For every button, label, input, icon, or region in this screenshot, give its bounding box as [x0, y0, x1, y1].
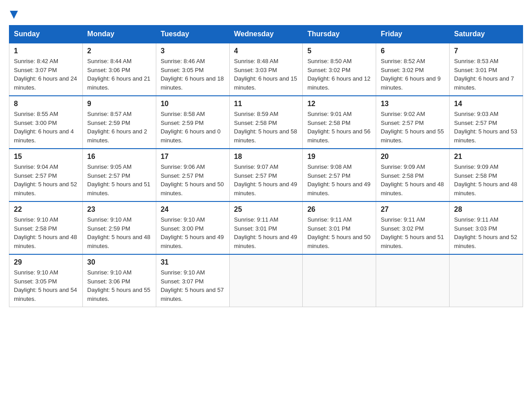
page-header: [9, 9, 523, 21]
day-number: 11: [234, 100, 298, 108]
logo: [9, 9, 22, 21]
calendar-cell: [229, 254, 303, 307]
day-info: Sunrise: 8:53 AM Sunset: 3:01 PM Dayligh…: [454, 57, 518, 92]
day-info: Sunrise: 8:44 AM Sunset: 3:06 PM Dayligh…: [87, 57, 151, 92]
column-header-saturday: Saturday: [450, 26, 523, 43]
logo-triangle-icon: [10, 8, 22, 21]
day-number: 8: [14, 100, 78, 108]
day-number: 2: [87, 47, 151, 55]
calendar-cell: 5 Sunrise: 8:50 AM Sunset: 3:02 PM Dayli…: [303, 43, 376, 96]
day-number: 24: [161, 206, 225, 214]
day-number: 31: [161, 258, 225, 266]
column-header-friday: Friday: [376, 26, 450, 43]
calendar-cell: 29 Sunrise: 9:10 AM Sunset: 3:05 PM Dayl…: [9, 254, 83, 307]
day-number: 16: [87, 153, 151, 161]
day-number: 6: [381, 47, 445, 55]
day-info: Sunrise: 8:55 AM Sunset: 3:00 PM Dayligh…: [14, 110, 78, 145]
calendar-cell: 23 Sunrise: 9:10 AM Sunset: 2:59 PM Dayl…: [82, 201, 156, 254]
day-info: Sunrise: 9:01 AM Sunset: 2:58 PM Dayligh…: [307, 110, 371, 145]
day-info: Sunrise: 8:42 AM Sunset: 3:07 PM Dayligh…: [14, 57, 78, 92]
day-number: 10: [161, 100, 225, 108]
day-number: 18: [234, 153, 298, 161]
column-header-wednesday: Wednesday: [229, 26, 303, 43]
calendar-cell: 31 Sunrise: 9:10 AM Sunset: 3:07 PM Dayl…: [156, 254, 229, 307]
day-info: Sunrise: 9:07 AM Sunset: 2:57 PM Dayligh…: [234, 163, 298, 197]
day-info: Sunrise: 9:10 AM Sunset: 3:07 PM Dayligh…: [161, 268, 225, 303]
day-number: 28: [454, 206, 518, 214]
calendar-cell: 15 Sunrise: 9:04 AM Sunset: 2:57 PM Dayl…: [9, 149, 83, 201]
calendar-cell: 12 Sunrise: 9:01 AM Sunset: 2:58 PM Dayl…: [303, 96, 376, 149]
day-info: Sunrise: 8:46 AM Sunset: 3:05 PM Dayligh…: [161, 57, 225, 92]
day-info: Sunrise: 8:59 AM Sunset: 2:58 PM Dayligh…: [234, 110, 298, 145]
day-info: Sunrise: 8:57 AM Sunset: 2:59 PM Dayligh…: [87, 110, 151, 145]
day-info: Sunrise: 9:06 AM Sunset: 2:57 PM Dayligh…: [161, 163, 225, 197]
column-header-thursday: Thursday: [303, 26, 376, 43]
calendar-cell: 25 Sunrise: 9:11 AM Sunset: 3:01 PM Dayl…: [229, 201, 303, 254]
day-info: Sunrise: 8:50 AM Sunset: 3:02 PM Dayligh…: [307, 57, 371, 92]
calendar-cell: [303, 254, 376, 307]
day-number: 25: [234, 206, 298, 214]
day-number: 21: [454, 153, 518, 161]
calendar-cell: [376, 254, 450, 307]
day-number: 20: [381, 153, 445, 161]
calendar-cell: 3 Sunrise: 8:46 AM Sunset: 3:05 PM Dayli…: [156, 43, 229, 96]
calendar-cell: 7 Sunrise: 8:53 AM Sunset: 3:01 PM Dayli…: [450, 43, 523, 96]
day-number: 15: [14, 153, 78, 161]
calendar-cell: 1 Sunrise: 8:42 AM Sunset: 3:07 PM Dayli…: [9, 43, 83, 96]
calendar-cell: 28 Sunrise: 9:11 AM Sunset: 3:03 PM Dayl…: [450, 201, 523, 254]
calendar-cell: 17 Sunrise: 9:06 AM Sunset: 2:57 PM Dayl…: [156, 149, 229, 201]
day-number: 13: [381, 100, 445, 108]
day-info: Sunrise: 9:11 AM Sunset: 3:01 PM Dayligh…: [234, 215, 298, 250]
calendar-cell: 13 Sunrise: 9:02 AM Sunset: 2:57 PM Dayl…: [376, 96, 450, 149]
day-info: Sunrise: 9:11 AM Sunset: 3:02 PM Dayligh…: [381, 215, 445, 250]
calendar-week-row: 1 Sunrise: 8:42 AM Sunset: 3:07 PM Dayli…: [9, 43, 523, 96]
day-info: Sunrise: 9:08 AM Sunset: 2:57 PM Dayligh…: [307, 163, 371, 197]
column-header-sunday: Sunday: [9, 26, 83, 43]
day-info: Sunrise: 9:04 AM Sunset: 2:57 PM Dayligh…: [14, 163, 78, 197]
day-info: Sunrise: 9:09 AM Sunset: 2:58 PM Dayligh…: [454, 163, 518, 197]
day-number: 17: [161, 153, 225, 161]
calendar-cell: 16 Sunrise: 9:05 AM Sunset: 2:57 PM Dayl…: [82, 149, 156, 201]
day-info: Sunrise: 8:58 AM Sunset: 2:59 PM Dayligh…: [161, 110, 225, 145]
day-number: 1: [14, 47, 78, 55]
calendar-cell: 6 Sunrise: 8:52 AM Sunset: 3:02 PM Dayli…: [376, 43, 450, 96]
day-number: 12: [307, 100, 371, 108]
calendar-cell: 10 Sunrise: 8:58 AM Sunset: 2:59 PM Dayl…: [156, 96, 229, 149]
calendar-cell: 8 Sunrise: 8:55 AM Sunset: 3:00 PM Dayli…: [9, 96, 83, 149]
day-info: Sunrise: 9:10 AM Sunset: 2:58 PM Dayligh…: [14, 215, 78, 250]
calendar-cell: 4 Sunrise: 8:48 AM Sunset: 3:03 PM Dayli…: [229, 43, 303, 96]
day-info: Sunrise: 9:03 AM Sunset: 2:57 PM Dayligh…: [454, 110, 518, 145]
calendar-cell: 19 Sunrise: 9:08 AM Sunset: 2:57 PM Dayl…: [303, 149, 376, 201]
day-number: 7: [454, 47, 518, 55]
calendar-cell: 30 Sunrise: 9:10 AM Sunset: 3:06 PM Dayl…: [82, 254, 156, 307]
column-header-tuesday: Tuesday: [156, 26, 229, 43]
calendar-cell: 27 Sunrise: 9:11 AM Sunset: 3:02 PM Dayl…: [376, 201, 450, 254]
day-info: Sunrise: 9:05 AM Sunset: 2:57 PM Dayligh…: [87, 163, 151, 197]
day-info: Sunrise: 9:10 AM Sunset: 3:06 PM Dayligh…: [87, 268, 151, 303]
day-number: 4: [234, 47, 298, 55]
calendar-cell: [450, 254, 523, 307]
calendar-cell: 14 Sunrise: 9:03 AM Sunset: 2:57 PM Dayl…: [450, 96, 523, 149]
calendar-cell: 24 Sunrise: 9:10 AM Sunset: 3:00 PM Dayl…: [156, 201, 229, 254]
calendar-week-row: 8 Sunrise: 8:55 AM Sunset: 3:00 PM Dayli…: [9, 96, 523, 149]
day-number: 27: [381, 206, 445, 214]
svg-marker-0: [10, 11, 18, 19]
day-number: 23: [87, 206, 151, 214]
calendar-cell: 18 Sunrise: 9:07 AM Sunset: 2:57 PM Dayl…: [229, 149, 303, 201]
day-number: 5: [307, 47, 371, 55]
day-info: Sunrise: 9:10 AM Sunset: 3:05 PM Dayligh…: [14, 268, 78, 303]
day-number: 14: [454, 100, 518, 108]
calendar-header-row: SundayMondayTuesdayWednesdayThursdayFrid…: [9, 26, 523, 43]
day-number: 30: [87, 258, 151, 266]
day-number: 3: [161, 47, 225, 55]
column-header-monday: Monday: [82, 26, 156, 43]
calendar-week-row: 29 Sunrise: 9:10 AM Sunset: 3:05 PM Dayl…: [9, 254, 523, 307]
day-number: 29: [14, 258, 78, 266]
day-info: Sunrise: 9:02 AM Sunset: 2:57 PM Dayligh…: [381, 110, 445, 145]
calendar-week-row: 22 Sunrise: 9:10 AM Sunset: 2:58 PM Dayl…: [9, 201, 523, 254]
day-info: Sunrise: 8:48 AM Sunset: 3:03 PM Dayligh…: [234, 57, 298, 92]
calendar-week-row: 15 Sunrise: 9:04 AM Sunset: 2:57 PM Dayl…: [9, 149, 523, 201]
calendar-cell: 11 Sunrise: 8:59 AM Sunset: 2:58 PM Dayl…: [229, 96, 303, 149]
day-number: 9: [87, 100, 151, 108]
day-info: Sunrise: 9:11 AM Sunset: 3:01 PM Dayligh…: [307, 215, 371, 250]
